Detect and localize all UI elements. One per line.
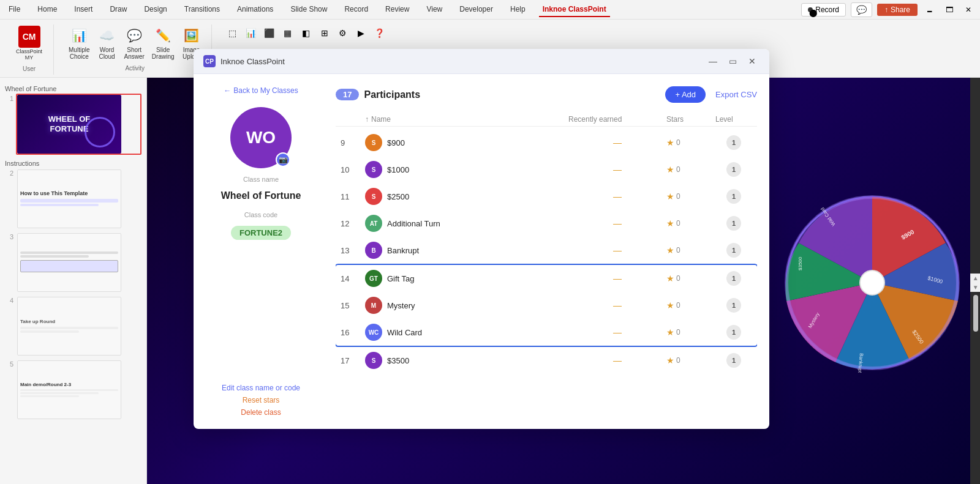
row-name-cell: S $2500: [365, 188, 568, 205]
row-name-cell: S $3500: [365, 352, 568, 369]
export-csv-button[interactable]: Export CSV: [715, 90, 757, 99]
ribbon-group-classpoint: CM ClassPoint MY User: [5, 24, 54, 75]
edit-class-link[interactable]: Edit class name or code: [222, 384, 300, 392]
stars-value: 0: [676, 219, 680, 228]
star-icon: ★: [666, 327, 674, 337]
participant-avatar: GT: [365, 270, 382, 287]
row-name-cell: M Mystery: [365, 297, 568, 314]
slide-panel: Wheel of Fortune 1 WHEEL OFFORTUNE Instr…: [0, 78, 147, 484]
close-button[interactable]: ✕: [962, 3, 975, 17]
slide-thumb-2[interactable]: How to use This Template: [16, 168, 141, 229]
table-row[interactable]: 12 AT Additional Turn — ★ 0 1: [336, 210, 757, 237]
word-cloud-button[interactable]: ☁️ WordCloud: [95, 24, 119, 61]
participant-name: Wild Card: [387, 328, 422, 337]
menu-animations[interactable]: Animations: [233, 2, 277, 17]
table-row[interactable]: 14 GT Gift Tag — ★ 0 1: [336, 265, 757, 292]
toolbar-icon-4[interactable]: ▦: [279, 24, 296, 42]
table-row[interactable]: 16 WC Wild Card — ★ 0 1: [336, 319, 757, 346]
minimize-button[interactable]: 🗕: [922, 3, 937, 17]
menu-developer[interactable]: Developer: [456, 2, 497, 17]
slide-item-5[interactable]: 5 Main demo/Round 2-3: [5, 359, 141, 420]
slide-thumb-3[interactable]: [16, 232, 141, 293]
short-answer-button[interactable]: 💬 ShortAnswer: [122, 24, 147, 61]
toolbar-icon-8[interactable]: ▶: [353, 24, 370, 42]
row-level-cell: 1: [715, 325, 752, 340]
toolbar-icon-5[interactable]: ◧: [298, 24, 315, 42]
class-code-label: Class code: [244, 211, 277, 218]
slide-thumb-4[interactable]: Take up Round: [16, 296, 141, 357]
toolbar-icon-1[interactable]: ⬚: [224, 24, 241, 42]
menu-review[interactable]: Review: [382, 2, 413, 17]
table-row[interactable]: 13 B Bankrupt — ★ 0 1: [336, 237, 757, 264]
level-badge: 1: [726, 162, 741, 177]
table-row[interactable]: 11 S $2500 — ★ 0 1: [336, 183, 757, 210]
share-button[interactable]: ↑ Share: [877, 4, 918, 16]
table-row[interactable]: 9 S $900 — ★ 0 1: [336, 129, 757, 156]
modal-maximize-button[interactable]: ▭: [725, 54, 740, 69]
modal-close-button[interactable]: ✕: [745, 54, 760, 69]
menu-draw[interactable]: Draw: [106, 2, 130, 17]
stars-value: 0: [676, 301, 680, 310]
scroll-up-arrow[interactable]: ▲: [973, 275, 979, 281]
menu-view[interactable]: View: [423, 2, 446, 17]
comment-button[interactable]: 💬: [851, 2, 872, 17]
modal-minimize-button[interactable]: —: [706, 54, 720, 69]
star-icon: ★: [666, 165, 674, 174]
reset-stars-link[interactable]: Reset stars: [222, 396, 300, 404]
classpoint-modal[interactable]: CP Inknoe ClassPoint — ▭ ✕ ← Back to My …: [194, 49, 769, 429]
table-row[interactable]: 10 S $1000 — ★ 0 1: [336, 156, 757, 183]
toolbar-icon-3[interactable]: ⬛: [261, 24, 278, 42]
row-number: 10: [341, 165, 365, 174]
slide-item-2[interactable]: 2 How to use This Template: [5, 168, 141, 229]
row-level-cell: 1: [715, 216, 752, 231]
image-upload-icon: 🖼️: [182, 26, 202, 45]
maximize-button[interactable]: 🗖: [942, 3, 957, 17]
class-name: Wheel of Fortune: [221, 190, 301, 201]
scrollbar-thumb: [973, 295, 978, 332]
slide-thumb-5[interactable]: Main demo/Round 2-3: [16, 359, 141, 420]
slide-group-instructions: Instructions: [5, 157, 141, 168]
menu-design[interactable]: Design: [140, 2, 170, 17]
scroll-down-arrow[interactable]: ▼: [973, 284, 979, 291]
add-participant-button[interactable]: + Add: [665, 86, 706, 103]
multiple-choice-button[interactable]: 📊 MultipleChoice: [66, 24, 92, 61]
modal-body: ← Back to My Classes WO 📷 Class name Whe…: [194, 74, 769, 429]
slide-thumb-1[interactable]: WHEEL OFFORTUNE: [16, 94, 141, 155]
toolbar-icon-2[interactable]: 📊: [243, 24, 260, 42]
slide-item-3[interactable]: 3: [5, 232, 141, 293]
level-badge: 1: [726, 271, 741, 286]
camera-badge-icon[interactable]: 📷: [276, 152, 290, 167]
menu-transitions[interactable]: Transitions: [181, 2, 224, 17]
row-name-cell: WC Wild Card: [365, 324, 568, 341]
menu-insert[interactable]: Insert: [70, 2, 96, 17]
row-name-cell: B Bankrupt: [365, 242, 568, 259]
menu-slideshow[interactable]: Slide Show: [287, 2, 331, 17]
toolbar-icon-9[interactable]: ❓: [371, 24, 388, 42]
menu-record[interactable]: Record: [341, 2, 372, 17]
menu-help[interactable]: Help: [507, 2, 529, 17]
classpoint-my-button[interactable]: CM ClassPoint MY: [12, 24, 46, 62]
table-header: ↑ Name Recently earned Stars Level: [336, 113, 757, 127]
slide-item-1[interactable]: 1 WHEEL OFFORTUNE: [5, 94, 141, 155]
record-button[interactable]: ⬤ Record: [801, 3, 846, 17]
participant-name: $1000: [387, 165, 409, 174]
back-to-classes-link[interactable]: ← Back to My Classes: [224, 86, 298, 95]
menu-classpoint[interactable]: Inknoe ClassPoint: [539, 2, 610, 17]
menu-home[interactable]: Home: [34, 2, 61, 17]
table-row[interactable]: 15 M Mystery — ★ 0 1: [336, 292, 757, 319]
table-row[interactable]: 17 S $3500 — ★ 0 1: [336, 347, 757, 374]
slide-drawing-button[interactable]: ✏️ SlideDrawing: [149, 24, 177, 61]
row-stars-cell: ★ 0: [666, 192, 715, 201]
row-earned-cell: —: [568, 138, 666, 147]
delete-class-link[interactable]: Delete class: [222, 408, 300, 417]
wheel-svg: $900 $1000 $2500 Bankrupt Mystery $3500 …: [780, 191, 964, 374]
row-number: 16: [341, 328, 365, 337]
star-icon: ★: [666, 356, 674, 365]
level-badge: 1: [726, 135, 741, 150]
menu-file[interactable]: File: [5, 2, 24, 17]
svg-text:$3500: $3500: [797, 256, 803, 270]
toolbar-icon-7[interactable]: ⚙: [334, 24, 352, 42]
slide-group-wheel: Wheel of Fortune: [5, 83, 141, 94]
slide-item-4[interactable]: 4 Take up Round: [5, 296, 141, 357]
toolbar-icon-6[interactable]: ⊞: [316, 24, 333, 42]
